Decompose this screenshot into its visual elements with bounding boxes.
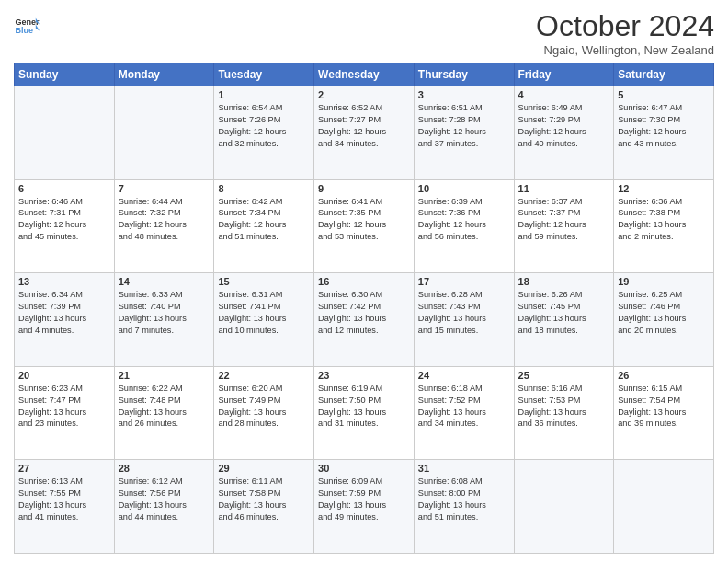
calendar-cell: 25Sunrise: 6:16 AM Sunset: 7:53 PM Dayli… [514, 366, 614, 460]
day-number: 7 [119, 183, 210, 194]
day-number: 18 [518, 276, 610, 287]
calendar-cell: 5Sunrise: 6:47 AM Sunset: 7:30 PM Daylig… [614, 86, 714, 180]
day-number: 5 [618, 89, 710, 100]
calendar-cell [15, 86, 115, 180]
day-number: 28 [119, 463, 210, 474]
calendar-cell: 2Sunrise: 6:52 AM Sunset: 7:27 PM Daylig… [314, 86, 415, 180]
day-header-saturday: Saturday [614, 63, 714, 86]
generalblue-logo-icon: General Blue [14, 13, 40, 39]
day-number: 13 [18, 276, 110, 287]
day-info: Sunrise: 6:08 AM Sunset: 8:00 PM Dayligh… [418, 476, 510, 523]
calendar-cell: 30Sunrise: 6:09 AM Sunset: 7:59 PM Dayli… [314, 460, 415, 554]
calendar-cell: 15Sunrise: 6:31 AM Sunset: 7:41 PM Dayli… [214, 273, 314, 367]
day-info: Sunrise: 6:39 AM Sunset: 7:36 PM Dayligh… [418, 196, 510, 244]
day-number: 16 [318, 276, 410, 287]
day-number: 31 [418, 463, 510, 474]
month-title: October 2024 [536, 9, 714, 43]
day-header-sunday: Sunday [15, 63, 115, 86]
day-info: Sunrise: 6:25 AM Sunset: 7:46 PM Dayligh… [618, 289, 710, 337]
day-info: Sunrise: 6:31 AM Sunset: 7:41 PM Dayligh… [218, 289, 310, 337]
day-info: Sunrise: 6:46 AM Sunset: 7:31 PM Dayligh… [18, 196, 110, 244]
day-number: 15 [218, 276, 310, 287]
calendar-cell [514, 460, 614, 554]
calendar-cell: 14Sunrise: 6:33 AM Sunset: 7:40 PM Dayli… [114, 273, 214, 367]
calendar-cell: 21Sunrise: 6:22 AM Sunset: 7:48 PM Dayli… [114, 366, 214, 460]
day-info: Sunrise: 6:12 AM Sunset: 7:56 PM Dayligh… [119, 476, 210, 523]
day-header-wednesday: Wednesday [314, 63, 415, 86]
day-info: Sunrise: 6:51 AM Sunset: 7:28 PM Dayligh… [418, 102, 510, 150]
day-number: 3 [418, 89, 510, 100]
day-info: Sunrise: 6:47 AM Sunset: 7:30 PM Dayligh… [618, 102, 710, 150]
day-number: 8 [218, 183, 310, 194]
day-number: 21 [119, 370, 210, 381]
calendar-cell: 27Sunrise: 6:13 AM Sunset: 7:55 PM Dayli… [15, 460, 115, 554]
calendar-cell [114, 86, 214, 180]
calendar-cell: 1Sunrise: 6:54 AM Sunset: 7:26 PM Daylig… [214, 86, 314, 180]
day-info: Sunrise: 6:18 AM Sunset: 7:52 PM Dayligh… [418, 383, 510, 431]
day-info: Sunrise: 6:26 AM Sunset: 7:45 PM Dayligh… [518, 289, 610, 337]
calendar-cell: 11Sunrise: 6:37 AM Sunset: 7:37 PM Dayli… [514, 179, 614, 273]
day-number: 26 [618, 370, 710, 381]
day-number: 19 [618, 276, 710, 287]
day-info: Sunrise: 6:20 AM Sunset: 7:49 PM Dayligh… [218, 383, 310, 431]
calendar-cell: 28Sunrise: 6:12 AM Sunset: 7:56 PM Dayli… [114, 460, 214, 554]
svg-text:Blue: Blue [15, 26, 33, 35]
title-block: October 2024 Ngaio, Wellington, New Zeal… [536, 9, 714, 57]
calendar-cell: 10Sunrise: 6:39 AM Sunset: 7:36 PM Dayli… [414, 179, 514, 273]
calendar-cell: 12Sunrise: 6:36 AM Sunset: 7:38 PM Dayli… [614, 179, 714, 273]
day-info: Sunrise: 6:13 AM Sunset: 7:55 PM Dayligh… [18, 476, 110, 523]
calendar-cell: 22Sunrise: 6:20 AM Sunset: 7:49 PM Dayli… [214, 366, 314, 460]
day-info: Sunrise: 6:34 AM Sunset: 7:39 PM Dayligh… [18, 289, 110, 337]
calendar-cell: 29Sunrise: 6:11 AM Sunset: 7:58 PM Dayli… [214, 460, 314, 554]
day-header-tuesday: Tuesday [214, 63, 314, 86]
day-info: Sunrise: 6:19 AM Sunset: 7:50 PM Dayligh… [318, 383, 410, 431]
calendar-cell: 7Sunrise: 6:44 AM Sunset: 7:32 PM Daylig… [114, 179, 214, 273]
day-number: 17 [418, 276, 510, 287]
day-header-monday: Monday [114, 63, 214, 86]
day-info: Sunrise: 6:09 AM Sunset: 7:59 PM Dayligh… [318, 476, 410, 523]
day-number: 24 [418, 370, 510, 381]
day-number: 6 [18, 183, 110, 194]
day-info: Sunrise: 6:15 AM Sunset: 7:54 PM Dayligh… [618, 383, 710, 431]
location: Ngaio, Wellington, New Zealand [536, 43, 714, 57]
day-info: Sunrise: 6:30 AM Sunset: 7:42 PM Dayligh… [318, 289, 410, 337]
day-info: Sunrise: 6:49 AM Sunset: 7:29 PM Dayligh… [518, 102, 610, 150]
day-info: Sunrise: 6:41 AM Sunset: 7:35 PM Dayligh… [318, 196, 410, 244]
calendar-cell: 6Sunrise: 6:46 AM Sunset: 7:31 PM Daylig… [15, 179, 115, 273]
day-info: Sunrise: 6:33 AM Sunset: 7:40 PM Dayligh… [119, 289, 210, 337]
day-number: 10 [418, 183, 510, 194]
calendar-cell: 4Sunrise: 6:49 AM Sunset: 7:29 PM Daylig… [514, 86, 614, 180]
calendar-cell: 16Sunrise: 6:30 AM Sunset: 7:42 PM Dayli… [314, 273, 415, 367]
calendar-cell: 3Sunrise: 6:51 AM Sunset: 7:28 PM Daylig… [414, 86, 514, 180]
day-number: 22 [218, 370, 310, 381]
day-number: 25 [518, 370, 610, 381]
calendar-cell: 24Sunrise: 6:18 AM Sunset: 7:52 PM Dayli… [414, 366, 514, 460]
day-info: Sunrise: 6:54 AM Sunset: 7:26 PM Dayligh… [218, 102, 310, 150]
day-info: Sunrise: 6:37 AM Sunset: 7:37 PM Dayligh… [518, 196, 610, 244]
day-number: 1 [218, 89, 310, 100]
calendar-cell: 8Sunrise: 6:42 AM Sunset: 7:34 PM Daylig… [214, 179, 314, 273]
day-number: 4 [518, 89, 610, 100]
day-info: Sunrise: 6:28 AM Sunset: 7:43 PM Dayligh… [418, 289, 510, 337]
calendar-cell: 23Sunrise: 6:19 AM Sunset: 7:50 PM Dayli… [314, 366, 415, 460]
calendar-cell: 18Sunrise: 6:26 AM Sunset: 7:45 PM Dayli… [514, 273, 614, 367]
day-header-friday: Friday [514, 63, 614, 86]
day-number: 11 [518, 183, 610, 194]
calendar-cell [614, 460, 714, 554]
day-info: Sunrise: 6:22 AM Sunset: 7:48 PM Dayligh… [119, 383, 210, 431]
day-info: Sunrise: 6:36 AM Sunset: 7:38 PM Dayligh… [618, 196, 710, 244]
day-info: Sunrise: 6:11 AM Sunset: 7:58 PM Dayligh… [218, 476, 310, 523]
day-info: Sunrise: 6:52 AM Sunset: 7:27 PM Dayligh… [318, 102, 410, 150]
day-number: 30 [318, 463, 410, 474]
calendar-cell: 17Sunrise: 6:28 AM Sunset: 7:43 PM Dayli… [414, 273, 514, 367]
day-info: Sunrise: 6:23 AM Sunset: 7:47 PM Dayligh… [18, 383, 110, 431]
calendar-table: SundayMondayTuesdayWednesdayThursdayFrid… [14, 63, 714, 554]
day-info: Sunrise: 6:44 AM Sunset: 7:32 PM Dayligh… [119, 196, 210, 244]
calendar-cell: 26Sunrise: 6:15 AM Sunset: 7:54 PM Dayli… [614, 366, 714, 460]
day-info: Sunrise: 6:16 AM Sunset: 7:53 PM Dayligh… [518, 383, 610, 431]
calendar-cell: 19Sunrise: 6:25 AM Sunset: 7:46 PM Dayli… [614, 273, 714, 367]
day-number: 9 [318, 183, 410, 194]
logo: General Blue [14, 13, 43, 39]
calendar-cell: 9Sunrise: 6:41 AM Sunset: 7:35 PM Daylig… [314, 179, 415, 273]
day-info: Sunrise: 6:42 AM Sunset: 7:34 PM Dayligh… [218, 196, 310, 244]
